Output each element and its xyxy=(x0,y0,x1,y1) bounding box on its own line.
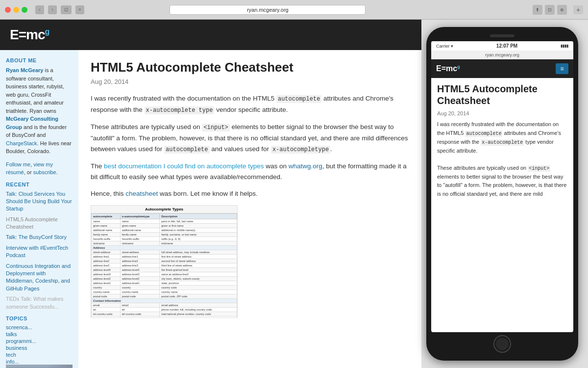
subscribe-link[interactable]: subscribe xyxy=(33,169,56,175)
about-title: ABOUT ME xyxy=(6,57,73,63)
minimize-button[interactable] xyxy=(13,7,19,13)
new-tab-button[interactable]: + xyxy=(573,5,583,14)
table-row: namenameparts in title, full, last name xyxy=(92,219,237,224)
phone-code-2: x-autocomplete xyxy=(481,139,524,146)
phone-menu-button[interactable]: ≡ xyxy=(556,63,568,74)
table-row: address-level3address-level3same as addr… xyxy=(92,272,237,277)
bookmark-button[interactable]: ⊕ xyxy=(557,5,567,15)
cheatsheet-image: Autocomplete Types autocomplete x-autoco… xyxy=(91,205,238,318)
recent-item-4[interactable]: Interview with #EventTech Podcast xyxy=(6,244,73,260)
topic-tech[interactable]: tech xyxy=(6,352,73,358)
phone-article-title: HTML5 Autocomplete Cheatsheet xyxy=(437,83,567,106)
follow-text: Follow me, view my résumé, or subscribe. xyxy=(6,160,73,177)
share-button[interactable]: ⬆ xyxy=(533,5,542,15)
phone-logo-sup: g xyxy=(457,64,460,69)
phone-logo[interactable]: E=mcg xyxy=(436,64,460,73)
table-row: tel-country-codetel-country-codeinternat… xyxy=(92,312,237,316)
topic-info[interactable]: info... xyxy=(6,359,73,365)
recent-item-1[interactable]: Talk: Cloud Services You Should Be Using… xyxy=(6,190,73,213)
address-bar[interactable]: ryan.mcgeary.org xyxy=(170,5,366,15)
table-row: countrycountrycountry code xyxy=(92,286,237,290)
cheatsheet-header: Autocomplete Types xyxy=(91,206,237,213)
bio-text: is a software consultant, business start… xyxy=(6,67,64,114)
phone-para-2: These attributes are typically used on <… xyxy=(437,164,567,199)
sidebar-bio: Ryan McGeary is a software consultant, b… xyxy=(6,66,73,156)
chargestack-link[interactable]: ChargeStack xyxy=(6,140,37,146)
cheatsheet-table: autocomplete x-autocompletetype Descript… xyxy=(91,213,237,318)
site-body: ABOUT ME Ryan McGeary is a software cons… xyxy=(0,50,421,368)
recent-item-2: HTML5 Autocomplete Cheatsheet xyxy=(6,216,73,231)
phone-carrier: Carrier ▾ xyxy=(436,44,453,49)
topics-list: screenca... talks programmi... business … xyxy=(6,324,73,365)
code-autocomplete: autocomplete xyxy=(276,95,321,103)
table-row: emailemailemail address xyxy=(92,303,237,308)
window-button[interactable]: ⊡ xyxy=(61,5,72,14)
topic-screencasts[interactable]: screenca... xyxy=(6,324,73,330)
avatar xyxy=(6,365,73,368)
article-para-2: These attributes are typically used on <… xyxy=(91,122,409,155)
phone-battery: ▮▮▮▮ xyxy=(561,44,568,48)
phone-screen: Carrier ▾ 12:07 PM ▮▮▮▮ ryan.mcgeary.org… xyxy=(431,41,573,332)
recent-item-5[interactable]: Continuous Integration and Deployment wi… xyxy=(6,263,73,293)
article-para-1: I was recently frustrated with the docum… xyxy=(91,93,409,116)
tab-button[interactable]: ⊡ xyxy=(545,5,555,15)
code-x-autocomplete-2: x-autocompletype xyxy=(271,146,330,154)
code-x-autocomplete: x-autocomplete type xyxy=(145,106,215,114)
back-button[interactable]: ‹ xyxy=(35,5,44,14)
article-para-4: Hence, this cheatsheet was born. Let me … xyxy=(91,188,409,199)
phone-speaker xyxy=(490,34,514,37)
close-button[interactable] xyxy=(5,7,11,13)
table-row: postal-codepostal-codepostal code, ZIP c… xyxy=(92,294,237,299)
phone-code-1: autocomplete xyxy=(465,131,502,137)
browser-chrome: ‹ › ⊡ ≡ ryan.mcgeary.org ⬆ ⊡ ⊕ + xyxy=(0,0,588,20)
recent-item-3[interactable]: Talk: The BusyConf Story xyxy=(6,234,73,241)
phone-content: HTML5 Autocomplete Cheatsheet Aug 20, 20… xyxy=(431,78,573,332)
article-body: I was recently frustrated with the docum… xyxy=(91,93,409,318)
forward-button[interactable]: › xyxy=(48,5,57,14)
table-row: address-line3address-line3third line of … xyxy=(92,263,237,268)
whatwg-link[interactable]: whatwg.org xyxy=(289,162,322,170)
phone-article-body: I was recently frustrated with the docum… xyxy=(437,120,567,199)
logo-text: E=mc xyxy=(10,27,45,42)
recent-item-6[interactable]: TEDx Talk: What makes someone Successfu.… xyxy=(6,295,73,311)
phone-address-bar[interactable]: ryan.mcgeary.org xyxy=(431,51,573,59)
cheatsheet-link[interactable]: cheatsheet xyxy=(125,190,158,197)
sidebar: ABOUT ME Ryan McGeary is a software cons… xyxy=(0,50,78,368)
code-autocomplete-2: autocomplete xyxy=(164,146,209,154)
col-autocomplete: autocomplete xyxy=(92,214,121,219)
phone-para-1: I was recently frustrated with the docum… xyxy=(437,120,567,155)
table-row: nicknamenicknamenickname xyxy=(92,241,237,246)
table-row: tel-nationaltel-nationalphone number wit… xyxy=(92,316,237,318)
hamburger-icon: ≡ xyxy=(560,65,564,72)
table-row: street-addressstreet-addressfull street … xyxy=(92,250,237,255)
topic-talks[interactable]: talks xyxy=(6,331,73,337)
table-row: family-namefamily-namefamily, surname, o… xyxy=(92,233,237,237)
browser-actions: ⬆ ⊡ ⊕ xyxy=(533,5,567,15)
site-logo[interactable]: E=mcg xyxy=(10,27,49,43)
code-input: <input> xyxy=(202,124,229,131)
bio-name: Ryan McGeary xyxy=(6,67,43,73)
col-description: Description xyxy=(160,214,237,219)
phone-home-button[interactable] xyxy=(493,335,511,353)
topics-title: TOPICS xyxy=(6,315,73,321)
main-content: HTML5 Autocomplete Cheatsheet Aug 20, 20… xyxy=(78,50,421,368)
table-row: Contact Information xyxy=(92,299,237,303)
recent-title: RECENT xyxy=(6,182,73,187)
phone-article-date: Aug 20, 2014 xyxy=(437,110,469,116)
traffic-lights xyxy=(5,7,27,13)
table-row: given-namegiven-namegiven or first name xyxy=(92,224,237,228)
article-date: Aug 20, 2014 xyxy=(91,78,409,85)
topic-programming[interactable]: programmi... xyxy=(6,338,73,344)
phone-mockup: Carrier ▾ 12:07 PM ▮▮▮▮ ryan.mcgeary.org… xyxy=(426,27,578,361)
site-header: E=mcg xyxy=(0,20,421,50)
phone-url: ryan.mcgeary.org xyxy=(485,53,519,57)
topic-business[interactable]: business xyxy=(6,345,73,351)
article-title: HTML5 Autocomplete Cheatsheet xyxy=(91,60,409,75)
table-row: country-namecountry-namecountry name xyxy=(92,290,237,294)
best-docs-link[interactable]: best documentation I could find on autoc… xyxy=(104,162,264,170)
logo-sup: g xyxy=(45,27,49,36)
follow-link[interactable]: Follow me xyxy=(6,161,30,167)
fullscreen-button[interactable] xyxy=(22,7,27,13)
table-row: address-line1address-line1first line of … xyxy=(92,255,237,259)
list-button[interactable]: ≡ xyxy=(75,5,84,14)
